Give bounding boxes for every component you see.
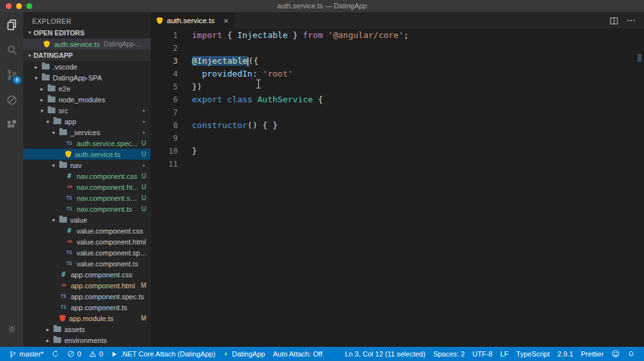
line-number-11[interactable]: 11 (151, 158, 178, 171)
split-editor-icon[interactable] (609, 16, 619, 26)
settings-gear-icon[interactable] (0, 317, 23, 342)
code-line-10[interactable]: 10} (151, 145, 644, 158)
code-line-4[interactable]: 4 providedIn: 'root' (151, 68, 644, 80)
file-app-component-css[interactable]: #app.component.css (23, 269, 151, 280)
error-icon (67, 350, 75, 358)
file-nav-component-ts[interactable]: TSnav.component.tsU (23, 203, 151, 214)
line-number-3[interactable]: 3 (151, 55, 178, 68)
more-actions-icon[interactable] (627, 16, 636, 25)
status-eol[interactable]: LF (497, 347, 513, 361)
line-number-10[interactable]: 10 (151, 145, 178, 158)
code-line-8[interactable]: 8constructor() { } (151, 119, 644, 132)
file-nav-component-ht[interactable]: <>nav.component.ht...U (23, 181, 151, 192)
tree-item-label: value.component.spec... (77, 249, 151, 257)
modified-dot: ● (142, 131, 145, 134)
folder-src[interactable]: ▾src● (23, 105, 151, 116)
code-line-3[interactable]: 3@Injectable({ (151, 55, 644, 68)
file-app-module-ts[interactable]: app.module.tsM (23, 313, 151, 324)
code-editor[interactable]: 1import { Injectable } from '@angular/co… (151, 29, 644, 347)
folder-assets[interactable]: ▸assets (23, 324, 151, 335)
file-app-component-spec-ts[interactable]: TSapp.component.spec.ts (23, 291, 151, 302)
status-label: Auto Attach: Off (273, 350, 323, 358)
css-file-icon: # (65, 227, 73, 234)
line-number-4[interactable]: 4 (151, 68, 178, 80)
line-content-9 (178, 132, 192, 145)
folder-node-modules[interactable]: ▸node_modules (23, 94, 151, 105)
status-feedback[interactable]: ☺ (607, 347, 623, 361)
line-number-6[interactable]: 6 (151, 93, 178, 106)
folder-value[interactable]: ▾value (23, 214, 151, 225)
code-line-11[interactable]: 11 (151, 158, 644, 171)
folder-nav[interactable]: ▾nav● (23, 160, 151, 171)
code-line-7[interactable]: 7 (151, 106, 644, 119)
folder-environments[interactable]: ▸environments (23, 335, 151, 346)
tab-auth-service-ts[interactable]: auth.service.ts × (151, 12, 235, 29)
file-value-component-ts[interactable]: TSvalue.component.ts (23, 258, 151, 269)
file-value-component-css[interactable]: #value.component.css (23, 225, 151, 236)
explorer-icon[interactable] (0, 12, 23, 37)
status-encoding[interactable]: UTF-8 (469, 347, 497, 361)
status-errors[interactable]: 0 (63, 347, 85, 361)
status-git-branch[interactable]: master* (5, 347, 48, 361)
file-value-component-html[interactable]: <>value.component.html (23, 236, 151, 247)
folder-services[interactable]: ▾_services● (23, 127, 151, 138)
status-notifications[interactable] (623, 347, 639, 361)
file-auth-service-ts[interactable]: auth.service.tsU (23, 149, 151, 160)
file-nav-component-css[interactable]: #nav.component.cssU (23, 171, 151, 181)
status-cursor-position[interactable]: Ln 3, Col 12 (11 selected) (341, 347, 429, 361)
line-number-8[interactable]: 8 (151, 119, 178, 132)
line-number-5[interactable]: 5 (151, 80, 178, 93)
status-indentation[interactable]: Spaces: 2 (430, 347, 469, 361)
file-tree: ▸.vscode▾DatingApp-SPA▸e2e▸node_modules▾… (23, 61, 151, 347)
overview-ruler-mark (638, 54, 641, 62)
folder-app[interactable]: ▾app● (23, 116, 151, 127)
folder-icon (48, 107, 55, 113)
git-status-badge: U (142, 151, 146, 158)
status-app-task[interactable]: DatingApp (219, 347, 269, 361)
bell-icon (627, 350, 635, 358)
line-content-7 (178, 106, 192, 119)
status-language-mode[interactable]: TypeScript (513, 347, 554, 361)
code-line-9[interactable]: 9 (151, 132, 644, 145)
line-number-1[interactable]: 1 (151, 29, 178, 42)
folder-datingapp-spa[interactable]: ▾DatingApp-SPA (23, 72, 151, 83)
folder-vscode[interactable]: ▸.vscode (23, 61, 151, 72)
file-value-component-spec[interactable]: TSvalue.component.spec... (23, 247, 151, 258)
workspace-root-header[interactable]: ▾ DATINGAPP (23, 50, 151, 61)
search-icon[interactable] (0, 37, 23, 62)
open-editor-auth-service-ts[interactable]: auth.service.ts DatingApp-... (23, 39, 151, 50)
code-line-6[interactable]: 6export class AuthService { (151, 93, 644, 106)
close-tab-icon[interactable]: × (223, 17, 229, 25)
status-label: UTF-8 (473, 350, 493, 358)
debug-icon[interactable] (0, 88, 23, 113)
tree-item-label: app.module.ts (69, 315, 138, 322)
extensions-icon[interactable] (0, 113, 23, 138)
status-debug-launch[interactable]: .NET Core Attach (DatingApp) (107, 347, 219, 361)
modified-dot: ● (142, 120, 145, 124)
status-sync[interactable] (48, 347, 63, 361)
line-content-5: }) (178, 80, 202, 93)
file-auth-service-spec[interactable]: TSauth.service.spec...U (23, 138, 151, 149)
title-bar: auth.service.ts — DatingApp (0, 0, 644, 12)
tree-item-label: e2e (59, 85, 151, 93)
status-auto-attach[interactable]: Auto Attach: Off (269, 347, 327, 361)
folder-e2e[interactable]: ▸e2e (23, 83, 151, 94)
line-number-2[interactable]: 2 (151, 42, 178, 55)
status-warnings[interactable]: 0 (85, 347, 107, 361)
git-status-badge: M (141, 315, 146, 322)
line-number-7[interactable]: 7 (151, 106, 178, 119)
code-line-2[interactable]: 2 (151, 42, 644, 55)
status-ts-version[interactable]: 2.9.1 (554, 347, 577, 361)
git-status-badge: U (142, 140, 146, 147)
source-control-icon[interactable]: 8 (0, 62, 23, 88)
code-line-5[interactable]: 5}) (151, 80, 644, 93)
open-editors-header[interactable]: ▾ OPEN EDITORS (23, 26, 151, 39)
file-nav-component-sp[interactable]: TSnav.component.sp...U (23, 192, 151, 203)
code-line-1[interactable]: 1import { Injectable } from '@angular/co… (151, 29, 644, 42)
file-app-component-html[interactable]: <>app.component.htmlM (23, 280, 151, 291)
status-formatter[interactable]: Prettier (577, 347, 607, 361)
line-number-9[interactable]: 9 (151, 132, 178, 145)
open-editor-label: auth.service.ts (54, 41, 100, 48)
file-app-component-ts[interactable]: TSapp.component.ts (23, 302, 151, 313)
line-content-2 (178, 42, 192, 55)
